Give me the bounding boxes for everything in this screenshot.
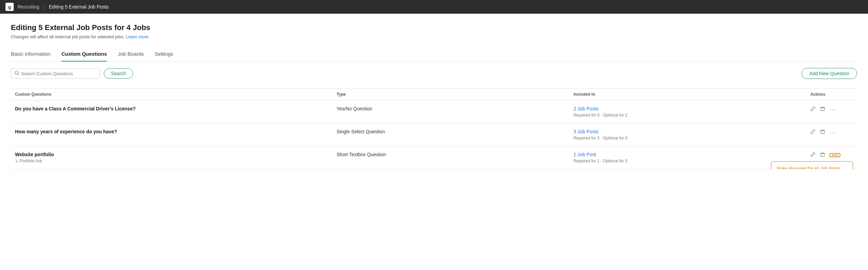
included-detail: Required for 0 · Optional for 2 — [573, 113, 627, 118]
included-link[interactable]: 3 Job Posts — [573, 129, 802, 134]
table-row: Do you have a Class A Commercial Driver'… — [11, 100, 857, 123]
table-header-row: Custom Questions Type Included In Action… — [11, 89, 857, 100]
svg-rect-4 — [821, 153, 824, 157]
nav-divider: | — [43, 4, 45, 10]
col-header-type: Type — [332, 89, 569, 100]
top-nav: g Recruiting | Editing 5 External Job Po… — [0, 0, 868, 14]
learn-more-link[interactable]: Learn more — [126, 34, 148, 39]
actions-cell: ··· — [810, 106, 853, 112]
delete-icon[interactable] — [820, 152, 825, 158]
page-title: Editing 5 External Job Posts for 4 Jobs — [11, 23, 857, 32]
app-name: Recruiting — [18, 4, 39, 10]
question-title: How many years of experience do you have… — [15, 129, 328, 134]
delete-icon[interactable] — [820, 129, 825, 135]
actions-cell: ··· — [810, 129, 853, 135]
search-input-wrapper — [11, 68, 100, 79]
question-type: Short Textbox Question — [337, 152, 386, 157]
svg-rect-3 — [821, 131, 824, 134]
question-title: Website portfolio — [15, 152, 328, 157]
svg-rect-2 — [821, 108, 824, 111]
tabs-container: Basic Information Custom Questions Job B… — [11, 48, 857, 62]
question-type: Single Select Question — [337, 129, 385, 134]
tab-basic-information[interactable]: Basic Information — [11, 48, 51, 62]
included-link[interactable]: 2 Job Posts — [573, 106, 802, 111]
arrow-icon: ↳ — [15, 159, 18, 163]
col-header-questions: Custom Questions — [11, 89, 332, 100]
actions-cell: Make Required for All Job Posts Make Opt… — [810, 152, 853, 158]
more-options-dropdown: Make Required for All Job Posts Make Opt… — [771, 161, 853, 169]
toolbar-row: Search Add New Question — [11, 62, 857, 85]
more-icon[interactable]: ··· — [829, 106, 836, 112]
edit-icon[interactable] — [810, 152, 816, 158]
tab-job-boards[interactable]: Job Boards — [118, 48, 144, 62]
page-container: Editing 5 External Job Posts for 4 Jobs … — [0, 14, 868, 169]
svg-line-1 — [18, 74, 19, 75]
questions-table: Custom Questions Type Included In Action… — [11, 88, 857, 169]
edit-icon[interactable] — [810, 106, 816, 112]
included-detail: Required for 1 · Optional for 0 — [573, 159, 627, 163]
col-header-actions: Actions — [806, 89, 857, 100]
search-button[interactable]: Search — [104, 68, 133, 79]
nav-page-title: Editing 5 External Job Posts — [49, 4, 109, 10]
search-icon — [15, 71, 19, 76]
page-subtitle: Changes will affect all external job pos… — [11, 34, 857, 39]
search-bar: Search — [11, 68, 133, 79]
app-logo: g — [5, 3, 14, 11]
included-link[interactable]: 1 Job Post — [573, 152, 802, 157]
add-new-question-button[interactable]: Add New Question — [801, 68, 857, 79]
col-header-included: Included In — [569, 89, 806, 100]
question-title: Do you have a Class A Commercial Driver'… — [15, 106, 328, 111]
more-options-button[interactable] — [829, 153, 840, 157]
question-type: Yes/No Question — [337, 106, 372, 111]
table-row: How many years of experience do you have… — [11, 123, 857, 146]
edit-icon[interactable] — [810, 129, 816, 135]
tab-settings[interactable]: Settings — [155, 48, 173, 62]
search-input[interactable] — [21, 71, 96, 76]
tab-custom-questions[interactable]: Custom Questions — [61, 48, 107, 62]
question-subtitle: ↳ Portfolio link — [15, 159, 328, 163]
delete-icon[interactable] — [820, 106, 825, 112]
make-required-option[interactable]: Make Required for All Job Posts — [771, 162, 853, 169]
included-detail: Required for 3 · Optional for 0 — [573, 136, 627, 140]
more-icon[interactable]: ··· — [829, 129, 836, 135]
table-row: Website portfolio ↳ Portfolio link Short… — [11, 146, 857, 169]
